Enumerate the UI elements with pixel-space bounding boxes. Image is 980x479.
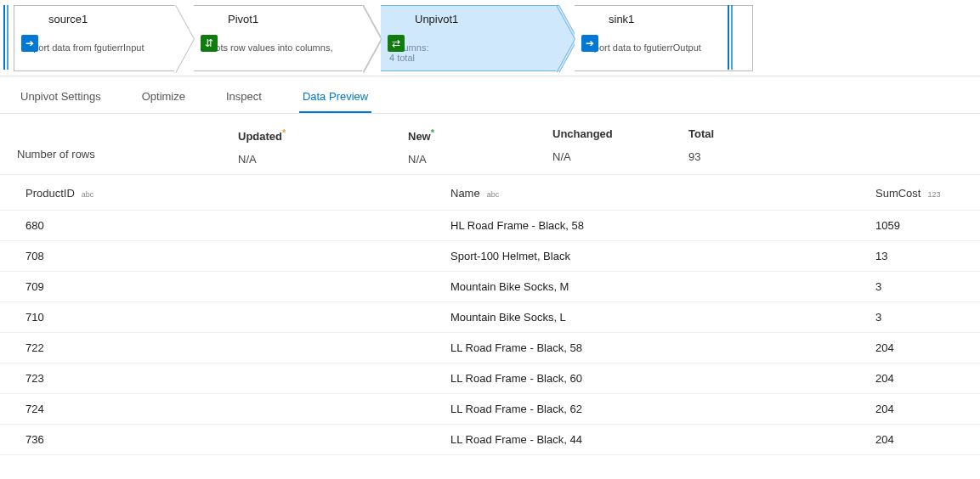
col-header-name[interactable]: Nameabc	[450, 187, 875, 200]
type-chip: 123	[927, 190, 940, 199]
flow-node-desc: Columns:	[381, 27, 558, 53]
updated-marker-icon: *	[282, 127, 286, 138]
cell-sumcost: 3	[875, 311, 980, 324]
flow-graph: source1 ➔ Import data from fgutierrInput…	[0, 0, 980, 76]
flow-node-pivot[interactable]: Pivot1 ⇵ Pivots row values into columns,…	[194, 5, 364, 71]
flow-end-marker	[728, 5, 733, 70]
flow-node-title: source1	[14, 6, 174, 27]
table-row[interactable]: 736LL Road Frame - Black, 44204	[0, 425, 980, 455]
cell-sumcost: 1059	[875, 219, 980, 232]
cell-name: LL Road Frame - Black, 60	[450, 372, 875, 385]
table-row[interactable]: 680HL Road Frame - Black, 581059	[0, 211, 980, 241]
stats-col-unchanged: Unchanged	[552, 127, 688, 140]
cell-sumcost: 3	[875, 280, 980, 293]
stats-val-unchanged: N/A	[552, 145, 688, 163]
cell-productid: 722	[25, 341, 450, 354]
grid-body: 680HL Road Frame - Black, 581059708Sport…	[0, 211, 980, 455]
col-header-sumcost[interactable]: SumCost123	[875, 187, 980, 200]
table-row[interactable]: 723LL Road Frame - Black, 60204	[0, 363, 980, 394]
flow-node-title: Pivot1	[194, 6, 363, 27]
flow-start-marker	[3, 5, 8, 70]
stats-val-total: 93	[688, 145, 824, 163]
cell-productid: 723	[25, 372, 450, 385]
cell-sumcost: 204	[875, 341, 980, 354]
unpivot-icon: ⇄	[388, 35, 405, 52]
flow-node-desc: Pivots row values into columns, groups c…	[194, 27, 363, 53]
table-row[interactable]: 710Mountain Bike Socks, L3	[0, 302, 980, 333]
table-row[interactable]: 708Sport-100 Helmet, Black13	[0, 241, 980, 272]
cell-name: Mountain Bike Socks, M	[450, 280, 875, 293]
tabs: Unpivot Settings Optimize Inspect Data P…	[0, 76, 980, 114]
flow-node-title: sink1	[575, 6, 752, 27]
tab-optimize[interactable]: Optimize	[139, 85, 189, 113]
stats-val-updated: N/A	[238, 148, 408, 166]
flow-node-desc: Export data to fgutierrOutput	[575, 27, 752, 53]
cell-productid: 736	[25, 433, 450, 446]
flow-node-title: Unpivot1	[381, 6, 558, 27]
tab-inspect[interactable]: Inspect	[223, 85, 265, 113]
type-chip: abc	[82, 190, 94, 199]
table-row[interactable]: 724LL Road Frame - Black, 62204	[0, 394, 980, 425]
data-grid: ProductIDabc Nameabc SumCost123 680HL Ro…	[0, 175, 980, 464]
sink-icon: ➔	[581, 35, 598, 52]
stats-col-new: New*	[408, 127, 552, 143]
stats-col-total: Total	[688, 127, 824, 140]
table-row[interactable]: 709Mountain Bike Socks, M3	[0, 272, 980, 302]
stats-row-label: Number of rows	[17, 127, 238, 161]
cell-name: LL Road Frame - Black, 58	[450, 341, 875, 354]
col-header-productid[interactable]: ProductIDabc	[25, 187, 450, 200]
grid-header: ProductIDabc Nameabc SumCost123	[0, 175, 980, 211]
stats-col-updated: Updated*	[238, 127, 408, 143]
cell-sumcost: 204	[875, 433, 980, 446]
cell-name: HL Road Frame - Black, 58	[450, 219, 875, 232]
cell-name: Sport-100 Helmet, Black	[450, 250, 875, 262]
flow-node-desc: Import data from fgutierrInput	[14, 27, 174, 53]
flow-node-subdesc: 4 total	[381, 53, 558, 63]
stats-val-new: N/A	[408, 148, 552, 166]
table-row[interactable]: 722LL Road Frame - Black, 58204	[0, 333, 980, 363]
cell-productid: 708	[25, 250, 450, 262]
cell-productid: 710	[25, 311, 450, 324]
tab-unpivot-settings[interactable]: Unpivot Settings	[17, 85, 105, 113]
cell-sumcost: 204	[875, 372, 980, 385]
flow-node-unpivot[interactable]: Unpivot1 ⇄ Columns: 4 total	[381, 5, 559, 71]
tab-data-preview[interactable]: Data Preview	[299, 85, 371, 113]
flow-node-source[interactable]: source1 ➔ Import data from fgutierrInput	[14, 5, 175, 71]
cell-sumcost: 204	[875, 403, 980, 415]
flow-node-sink[interactable]: sink1 ➔ Export data to fgutierrOutput	[575, 5, 753, 71]
cell-name: Mountain Bike Socks, L	[450, 311, 875, 324]
source-icon: ➔	[21, 35, 38, 52]
cell-sumcost: 13	[875, 250, 980, 262]
pivot-icon: ⇵	[201, 35, 218, 52]
cell-name: LL Road Frame - Black, 44	[450, 433, 875, 446]
cell-productid: 724	[25, 403, 450, 415]
cell-name: LL Road Frame - Black, 62	[450, 403, 875, 415]
cell-productid: 680	[25, 219, 450, 232]
type-chip: abc	[487, 190, 500, 199]
stats-panel: Number of rows Updated* N/A New* N/A Unc…	[0, 114, 980, 175]
new-marker-icon: *	[431, 127, 434, 138]
cell-productid: 709	[25, 280, 450, 293]
